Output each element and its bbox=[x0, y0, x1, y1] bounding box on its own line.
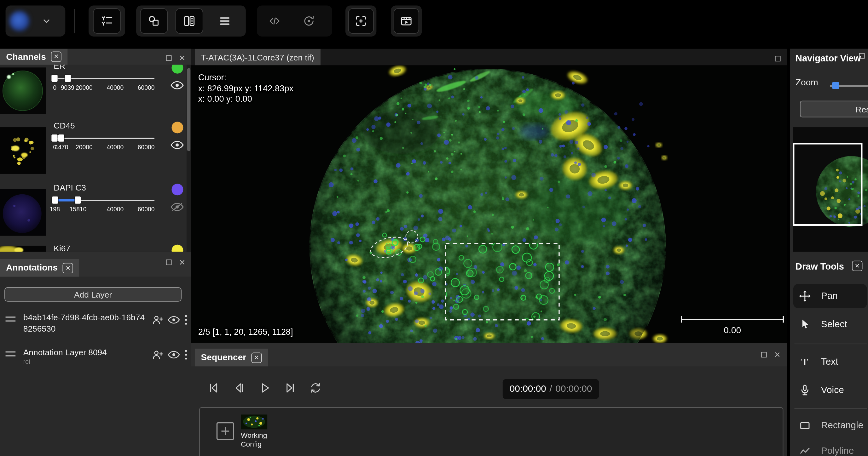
slider-handle-low[interactable] bbox=[51, 75, 57, 82]
close-icon[interactable]: ✕ bbox=[179, 53, 186, 63]
scrollbar-thumb[interactable] bbox=[187, 68, 191, 151]
channels-tab[interactable]: Channels ✕ bbox=[0, 49, 67, 65]
drag-handle[interactable] bbox=[6, 352, 16, 357]
menu-button[interactable] bbox=[211, 8, 239, 34]
channel-list-icon bbox=[100, 14, 114, 28]
tool-select[interactable]: Select bbox=[793, 312, 867, 336]
channel-list-button[interactable] bbox=[93, 8, 121, 34]
channel-name: CD45 bbox=[54, 121, 75, 130]
annotations-title: Annotations bbox=[6, 263, 58, 273]
visibility-eye-off-icon[interactable] bbox=[170, 202, 184, 211]
navigator-viewport-rect[interactable] bbox=[793, 143, 862, 226]
channel-thumbnail[interactable] bbox=[0, 189, 46, 236]
tick-label: 60000 bbox=[138, 206, 155, 213]
tool-voice[interactable]: Voice bbox=[793, 378, 867, 402]
channel-thumbnail[interactable] bbox=[0, 127, 46, 174]
shapes-icon bbox=[147, 14, 160, 28]
slider-handle-low[interactable] bbox=[51, 134, 57, 142]
share-user-icon[interactable] bbox=[152, 314, 163, 325]
draw-tools-close-icon[interactable]: ✕ bbox=[852, 261, 862, 271]
seq-first-button[interactable] bbox=[203, 378, 224, 398]
cursor-position: x: 826.99px y: 1142.83px bbox=[198, 83, 293, 94]
channel-range-slider[interactable] bbox=[54, 78, 154, 79]
scale-bar-line bbox=[681, 319, 784, 320]
share-user-icon[interactable] bbox=[152, 349, 163, 360]
navigator-thumbnail[interactable] bbox=[793, 127, 868, 252]
tick-label: 0 bbox=[53, 84, 57, 91]
sequencer-button[interactable] bbox=[394, 8, 419, 34]
visibility-eye-icon[interactable] bbox=[170, 140, 184, 149]
visibility-eye-icon[interactable] bbox=[168, 351, 180, 359]
toolbar-group-view bbox=[136, 6, 246, 36]
tick-label: 40000 bbox=[106, 206, 124, 213]
close-icon[interactable]: ✕ bbox=[774, 350, 781, 360]
tool-rectangle[interactable]: Rectangle bbox=[793, 414, 867, 438]
add-layer-button[interactable]: Add Layer bbox=[4, 287, 182, 302]
slider-handle-low[interactable] bbox=[52, 196, 58, 204]
maximize-icon[interactable] bbox=[775, 54, 781, 64]
seq-prev-button[interactable] bbox=[228, 378, 250, 398]
annotation-layer-type: roi bbox=[23, 358, 30, 365]
reset-view-button[interactable]: Reset bbox=[800, 101, 868, 118]
slider-handle-high[interactable] bbox=[58, 134, 64, 142]
channel-color-dot[interactable] bbox=[172, 122, 183, 133]
image-viewer-panel: T-ATAC(3A)-1LCore37 (zen tif) bbox=[191, 49, 787, 343]
shape-tools-button[interactable] bbox=[140, 8, 168, 34]
annotations-window-controls: ✕ bbox=[166, 257, 185, 267]
channel-color-dot[interactable] bbox=[172, 184, 183, 195]
tick-label: 40000 bbox=[106, 144, 124, 151]
visibility-eye-icon[interactable] bbox=[170, 81, 184, 90]
channel-thumbnail[interactable] bbox=[0, 246, 46, 252]
microscopy-image-canvas[interactable] bbox=[191, 65, 787, 343]
channels-panel: Channels ✕ ✕ ER bbox=[0, 49, 191, 252]
channel-thumbnail[interactable] bbox=[0, 67, 46, 114]
screen: Channels ✕ ✕ ER bbox=[0, 0, 868, 456]
tool-pan[interactable]: Pan bbox=[793, 284, 867, 308]
annotations-tab[interactable]: Annotations ✕ bbox=[0, 259, 80, 276]
channel-range-slider[interactable] bbox=[54, 138, 154, 139]
drag-handle[interactable] bbox=[6, 317, 16, 322]
film-strip-icon bbox=[400, 14, 413, 28]
focus-region-button[interactable] bbox=[348, 8, 374, 34]
rotate-view-button[interactable] bbox=[299, 8, 319, 34]
tool-text[interactable]: T Text bbox=[793, 350, 867, 374]
zoom-label: Zoom bbox=[796, 77, 818, 88]
split-view-button[interactable] bbox=[176, 8, 203, 34]
channels-scrollbar[interactable] bbox=[187, 65, 191, 252]
seq-play-button[interactable] bbox=[254, 378, 275, 398]
visibility-eye-icon[interactable] bbox=[168, 316, 180, 324]
viewer-tab[interactable]: T-ATAC(3A)-1LCore37 (zen tif) bbox=[195, 49, 320, 65]
annotation-layer-row[interactable]: Annotation Layer 8094 roi bbox=[0, 345, 191, 369]
code-view-button[interactable] bbox=[265, 8, 285, 34]
channels-close-icon[interactable]: ✕ bbox=[51, 51, 61, 62]
annotation-layer-row[interactable]: b4ab14fe-7d98-4fcb-ae0b-16b748256530 bbox=[0, 310, 191, 341]
workspace-switcher[interactable] bbox=[6, 6, 66, 36]
seq-loop-button[interactable] bbox=[305, 378, 326, 398]
zoom-slider-handle[interactable] bbox=[832, 82, 839, 89]
sequencer-panel: Sequencer ✕ ✕ bbox=[191, 343, 787, 456]
channel-range-slider[interactable] bbox=[54, 200, 154, 201]
seq-next-button[interactable] bbox=[280, 378, 301, 398]
annotation-layer-name: Annotation Layer 8094 bbox=[23, 347, 146, 358]
close-icon[interactable]: ✕ bbox=[179, 257, 186, 267]
annotations-close-icon[interactable]: ✕ bbox=[63, 263, 73, 273]
tool-polyline[interactable]: Polyline bbox=[793, 439, 867, 456]
channel-color-dot[interactable] bbox=[172, 65, 183, 74]
sequencer-close-icon[interactable]: ✕ bbox=[251, 352, 261, 363]
slider-ticks: 198 15810 40000 60000 bbox=[54, 206, 154, 214]
slider-handle-high[interactable] bbox=[75, 196, 81, 204]
add-clip-button[interactable] bbox=[215, 421, 235, 441]
maximize-icon[interactable] bbox=[166, 257, 172, 267]
kebab-menu-icon[interactable] bbox=[184, 349, 188, 360]
sequence-clip-label[interactable]: Working Config bbox=[241, 431, 270, 449]
maximize-icon[interactable] bbox=[166, 53, 172, 63]
sequencer-tab[interactable]: Sequencer ✕ bbox=[195, 349, 268, 366]
slider-handle-high[interactable] bbox=[65, 75, 71, 82]
tick-label: 198 bbox=[50, 206, 60, 213]
channel-color-dot[interactable] bbox=[172, 245, 183, 252]
sequencer-header-strip bbox=[191, 343, 787, 366]
kebab-menu-icon[interactable] bbox=[184, 314, 188, 325]
maximize-icon[interactable] bbox=[762, 350, 767, 360]
sequence-clip-thumbnail[interactable] bbox=[241, 415, 267, 429]
workspace-logo-icon bbox=[9, 11, 29, 31]
